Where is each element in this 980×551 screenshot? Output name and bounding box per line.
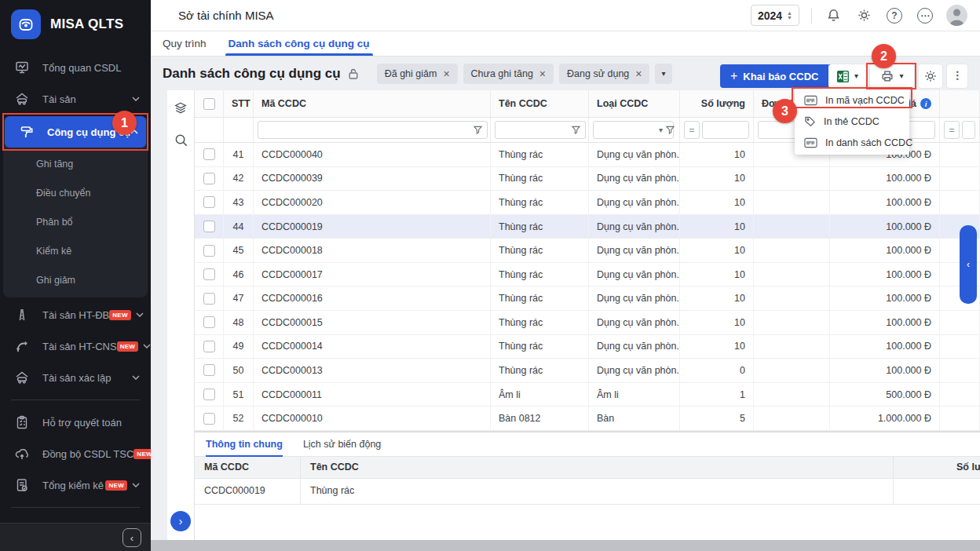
sidebar-item-tai-san-ht-cns[interactable]: Tài sản HT-CNS NEW — [0, 330, 151, 362]
filter-cell-type: ▾ — [589, 118, 680, 142]
grid-settings-button[interactable] — [919, 64, 942, 88]
cell-price: 100.000 Đ — [830, 335, 940, 359]
table-row[interactable]: 47CCDC000016Thùng rácDụng cụ văn phòn...… — [195, 286, 980, 311]
equals-operator[interactable]: = — [944, 121, 960, 139]
sidebar-item-dong-bo-csdl-tsc[interactable]: Đồng bộ CSDL TSC NEW — [0, 438, 151, 469]
sidebar-item-label: Tài sản — [42, 93, 76, 105]
app-logo: MISA QLTS — [0, 0, 151, 49]
unlock-icon[interactable] — [347, 68, 360, 80]
row-checkbox-cell — [195, 263, 224, 286]
col-header-so-luong[interactable]: Số lượng — [680, 90, 754, 117]
settings-button[interactable] — [854, 6, 873, 25]
col-header-stt[interactable]: STT — [224, 90, 254, 117]
caret-down-icon[interactable]: ▾ — [659, 126, 663, 134]
chevron-down-icon — [143, 344, 151, 348]
sidebar-item-tai-san[interactable]: Tài sản — [0, 83, 151, 115]
sidebar-item-label: Tài sản HT-CNS — [42, 341, 117, 352]
close-icon[interactable]: × — [539, 68, 546, 79]
detail-data-row[interactable]: CCDC000019 Thùng rác — [195, 479, 980, 505]
sidebar-subitem-ghi-giảm[interactable]: Ghi giảm — [3, 265, 148, 294]
row-checkbox[interactable] — [203, 221, 215, 232]
filter-chips-dropdown-button[interactable]: ▾ — [655, 64, 671, 84]
row-checkbox[interactable] — [203, 316, 215, 328]
search-icon[interactable] — [174, 133, 188, 148]
row-checkbox[interactable] — [203, 413, 215, 425]
row-checkbox[interactable] — [203, 196, 215, 208]
row-checkbox[interactable] — [203, 245, 215, 257]
filter-chip[interactable]: Chưa ghi tăng× — [463, 64, 554, 84]
table-row[interactable]: 51CCDC000011Âm liÂm li1500.000 Đ — [195, 383, 980, 407]
table-row[interactable]: 48CCDC000015Thùng rácDụng cụ văn phòn...… — [195, 311, 980, 335]
declare-ccdc-button[interactable]: + Khai báo CCDC — [720, 64, 828, 88]
table-row[interactable]: 44CCDC000019Thùng rácDụng cụ văn phòn...… — [195, 215, 980, 239]
row-checkbox[interactable] — [203, 389, 215, 400]
close-icon[interactable]: × — [443, 68, 449, 79]
sidebar-item-tong-kiem-ke[interactable]: Tổng kiểm kê NEW — [0, 469, 151, 501]
year-selector[interactable]: 2024 ▲▼ — [751, 5, 799, 26]
filter-chip-label: Đã ghi giảm — [385, 68, 437, 79]
filter-cell-name — [491, 118, 589, 142]
close-icon[interactable]: × — [635, 68, 642, 79]
sidebar-subitem-phân-bổ[interactable]: Phân bổ — [3, 207, 148, 236]
help-button[interactable]: ? — [885, 6, 904, 25]
table-row[interactable]: 49CCDC000014Thùng rácDụng cụ văn phòn...… — [195, 335, 980, 359]
filter-chip[interactable]: Đã ghi giảm× — [377, 64, 458, 84]
tab-danh-sach-ccdc[interactable]: Danh sách công cụ dụng cụ — [229, 31, 370, 56]
detail-panel: Thông tin chung Lịch sử biến động Mã CCD… — [195, 431, 980, 540]
print-menu-item-in-mã-vạch-ccdc[interactable]: In mã vạch CCDC — [795, 89, 909, 111]
sidebar-item-cong-cu-dung-cu[interactable]: Công cụ dụng cụ 1 — [5, 116, 146, 148]
info-icon[interactable]: i — [920, 98, 931, 109]
collapse-right-panel-button[interactable]: ‹ — [960, 225, 977, 304]
cell-type: Dụng cụ văn phòn... — [589, 311, 680, 334]
col-header-ten-ccdc[interactable]: Tên CCDC — [491, 90, 589, 117]
extra-filter-input[interactable] — [962, 121, 975, 139]
expand-panel-button[interactable]: › — [170, 511, 191, 531]
sidebar-item-tai-san-ht-db[interactable]: Tài sản HT-ĐB NEW — [0, 299, 151, 330]
table-row[interactable]: 42CCDC000039Thùng rácDụng cụ văn phòn...… — [195, 167, 980, 192]
print-menu-item-in-thẻ-ccdc[interactable]: In thẻ CCDC — [795, 111, 909, 132]
funnel-icon[interactable] — [571, 125, 581, 135]
equals-operator[interactable]: = — [684, 121, 700, 139]
user-avatar[interactable] — [946, 5, 967, 26]
new-badge: NEW — [109, 310, 131, 320]
row-checkbox[interactable] — [203, 364, 215, 376]
more-button[interactable]: ⋯ — [916, 6, 934, 25]
col-header-loai-ccdc[interactable]: Loại CCDC — [589, 90, 680, 117]
header-divider — [811, 8, 812, 24]
select-all-checkbox[interactable] — [203, 98, 215, 110]
more-actions-button[interactable]: ⋯ — [947, 64, 967, 88]
row-checkbox[interactable] — [203, 293, 215, 305]
col-header-ma-ccdc[interactable]: Mã CCDC — [254, 90, 491, 117]
sidebar-item-tong-quan-csdl[interactable]: Tổng quan CSDL — [0, 52, 151, 83]
cell-price: 1.000.000 Đ — [830, 407, 940, 430]
funnel-icon[interactable] — [473, 125, 483, 135]
notifications-button[interactable] — [824, 6, 843, 25]
sidebar-item-tai-san-xac-lap[interactable]: Tài sản xác lập — [0, 362, 151, 393]
print-menu-item-in-danh-sách-ccdc[interactable]: In danh sách CCDC — [795, 132, 909, 153]
table-row[interactable]: 46CCDC000017Thùng rácDụng cụ văn phòn...… — [195, 263, 980, 287]
tab-lich-su-bien-dong[interactable]: Lịch sử biến động — [303, 432, 381, 456]
row-checkbox[interactable] — [203, 173, 215, 184]
code-filter-input[interactable] — [258, 121, 488, 139]
export-excel-button[interactable]: ▾ — [828, 64, 866, 88]
filter-chip[interactable]: Đang sử dụng× — [559, 64, 649, 84]
table-row[interactable]: 43CCDC000020Thùng rácDụng cụ văn phòn...… — [195, 191, 980, 215]
sidebar-subitem-điều-chuyển[interactable]: Điều chuyển — [3, 178, 148, 207]
table-row[interactable]: 50CCDC000013Thùng rácDụng cụ văn phòn...… — [195, 359, 980, 383]
row-checkbox[interactable] — [203, 341, 215, 352]
table-row[interactable]: 52CCDC000010Bàn 0812Bàn51.000.000 Đ — [195, 407, 980, 431]
print-dropdown-button[interactable]: ▾ — [870, 64, 914, 88]
sidebar-item-ho-tro-quyet-toan[interactable]: Hỗ trợ quyết toán — [0, 407, 151, 438]
tab-thong-tin-chung[interactable]: Thông tin chung — [206, 432, 283, 456]
sidebar-subitem-ghi-tăng[interactable]: Ghi tăng — [3, 149, 148, 178]
table-row[interactable]: 45CCDC000018Thùng rácDụng cụ văn phòn...… — [195, 239, 980, 263]
sidebar-subitem-kiểm-kê[interactable]: Kiểm kê — [3, 236, 148, 265]
row-checkbox[interactable] — [203, 148, 215, 160]
funnel-icon[interactable] — [665, 125, 675, 135]
layers-icon[interactable] — [174, 101, 188, 115]
tab-quy-trinh[interactable]: Quy trình — [163, 31, 207, 56]
year-spinner-icon[interactable]: ▲▼ — [787, 11, 792, 20]
qty-filter-input[interactable] — [702, 121, 749, 139]
sidebar-collapse-button[interactable]: ‹ — [122, 528, 141, 547]
row-checkbox[interactable] — [203, 268, 215, 280]
